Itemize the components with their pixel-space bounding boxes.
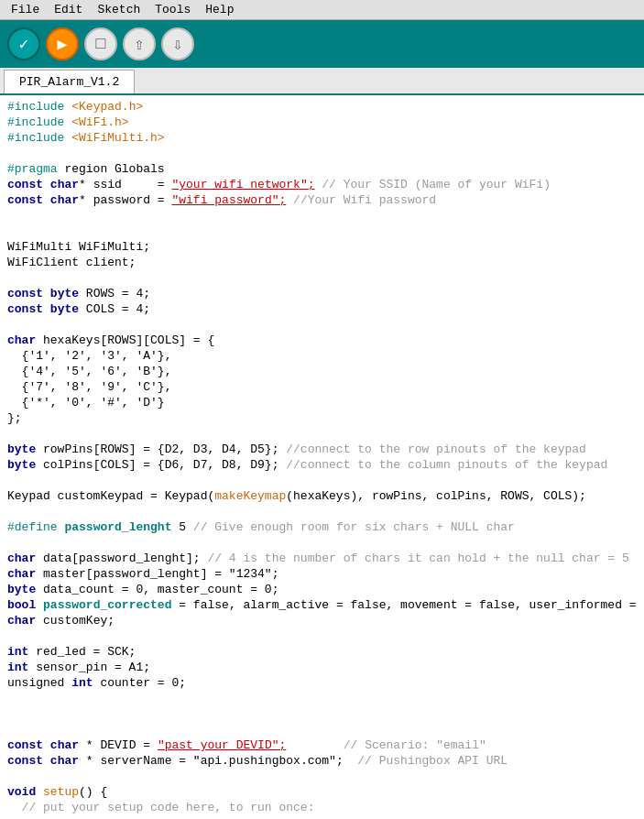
new-button[interactable]: □ — [84, 27, 117, 60]
upload-button[interactable]: ▶ — [46, 27, 79, 60]
code-line — [0, 224, 644, 239]
code-line: byte colPins[COLS] = {D6, D7, D8, D9}; /… — [0, 457, 644, 473]
code-line — [0, 504, 644, 519]
code-line: {'1', '2', '3', 'A'}, — [0, 348, 644, 364]
code-line — [0, 691, 644, 706]
code-line: const char* password = "wifi password"; … — [0, 192, 644, 208]
code-line — [0, 426, 644, 442]
code-line: #pragma region Globals — [0, 161, 644, 177]
verify-button[interactable]: ✓ — [7, 27, 40, 60]
code-line: char master[password_lenght] = "1234"; — [0, 566, 644, 582]
code-line: int red_led = SCK; — [0, 644, 644, 660]
code-line: char hexaKeys[ROWS][COLS] = { — [0, 333, 644, 348]
toolbar: ✓ ▶ □ ⇧ ⇩ — [0, 20, 644, 68]
code-line: #define password_lenght 5 // Give enough… — [0, 519, 644, 535]
code-line: int sensor_pin = A1; — [0, 660, 644, 675]
menu-help[interactable]: Help — [198, 1, 241, 18]
code-line: void setup() { — [0, 784, 644, 800]
code-line — [0, 270, 644, 286]
code-line: WiFiMulti WiFiMulti; — [0, 239, 644, 255]
code-line: // put your setup code here, to run once… — [0, 800, 644, 815]
save-button[interactable]: ⇩ — [161, 27, 194, 60]
menu-tools[interactable]: Tools — [147, 1, 198, 18]
open-button[interactable]: ⇧ — [123, 27, 156, 60]
code-line: #include <Keypad.h> — [0, 99, 644, 115]
menu-sketch[interactable]: Sketch — [90, 1, 147, 18]
code-line: unsigned int counter = 0; — [0, 675, 644, 691]
code-line — [0, 473, 644, 488]
code-line — [0, 769, 644, 784]
code-line — [0, 317, 644, 333]
code-line — [0, 722, 644, 737]
code-line: #include <WiFiMulti.h> — [0, 130, 644, 146]
code-line: byte rowPins[ROWS] = {D2, D3, D4, D5}; /… — [0, 442, 644, 457]
code-line — [0, 146, 644, 161]
code-line: }; — [0, 410, 644, 426]
code-line: #include <WiFi.h> — [0, 115, 644, 130]
code-line: const char * serverName = "api.pushingbo… — [0, 753, 644, 769]
menu-file[interactable]: File — [4, 1, 47, 18]
menu-edit[interactable]: Edit — [47, 1, 90, 18]
code-line: Keypad customKeypad = Keypad(makeKeymap(… — [0, 488, 644, 504]
code-line: {'7', '8', '9', 'C'}, — [0, 379, 644, 395]
tabbar: PIR_Alarm_V1.2 — [0, 68, 644, 95]
code-line: {'4', '5', '6', 'B'}, — [0, 364, 644, 379]
code-line: bool password_corrected = false, alarm_a… — [0, 597, 644, 613]
code-line: char customKey; — [0, 613, 644, 628]
code-line — [0, 208, 644, 224]
code-line: const char * DEVID = "past your DEVID"; … — [0, 737, 644, 753]
code-line — [0, 535, 644, 551]
code-line: WiFiClient client; — [0, 255, 644, 270]
code-line: {'*', '0', '#', 'D'} — [0, 395, 644, 410]
code-editor[interactable]: #include <Keypad.h> #include <WiFi.h> #i… — [0, 95, 644, 819]
code-line: const byte COLS = 4; — [0, 301, 644, 317]
tab-main[interactable]: PIR_Alarm_V1.2 — [4, 70, 135, 93]
menubar: File Edit Sketch Tools Help — [0, 0, 644, 20]
code-line: char data[password_lenght]; // 4 is the … — [0, 551, 644, 566]
code-line: const byte ROWS = 4; — [0, 286, 644, 301]
code-line — [0, 628, 644, 644]
code-line: byte data_count = 0, master_count = 0; — [0, 582, 644, 597]
code-line — [0, 706, 644, 722]
code-line: const char* ssid = "your wifi network"; … — [0, 177, 644, 192]
